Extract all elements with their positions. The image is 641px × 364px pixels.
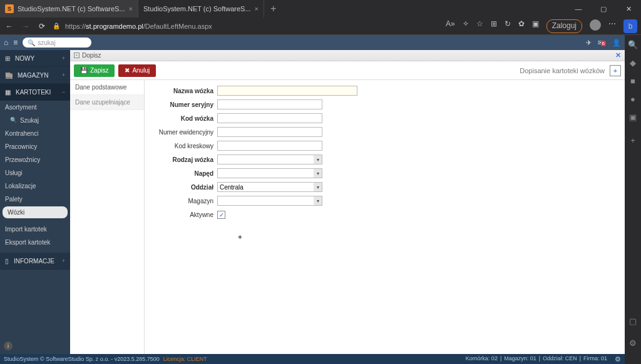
minimize-icon[interactable]: — [566, 5, 591, 13]
input-numer-seryjny[interactable] [217, 99, 322, 109]
form-row-nazwa-wózka: Nazwa wózka [148, 85, 621, 96]
dropdown-icon[interactable]: ▾ [314, 168, 322, 178]
sidebar-collapse-icon[interactable]: ▢ [629, 316, 637, 326]
sidebar-item-palety[interactable]: Palety [0, 193, 70, 206]
sidebar-plus-icon[interactable]: + [630, 136, 635, 145]
status-cell-2[interactable]: Oddział: CEN [543, 355, 577, 363]
menu-icon[interactable]: ⋯ [608, 19, 616, 33]
address-input[interactable]: https://st.programdemo.pl/DefaultLeftMen… [65, 23, 212, 30]
statusbar: StudioSystem © SoftwareStudio Sp. z o.o.… [0, 354, 625, 364]
dropdown-icon[interactable]: ▾ [314, 182, 322, 192]
form-row-kod-kreskowy: Kod kreskowy [148, 140, 621, 151]
input-kod-wózka[interactable] [217, 113, 322, 123]
sidebar-shopping-icon[interactable]: ■ [630, 76, 635, 86]
browser-titlebar: S StudioSystem.NET (c) SoftwareS... × St… [0, 0, 641, 18]
select-oddział[interactable] [217, 182, 322, 192]
sidebar-item-label: Usługi [5, 169, 23, 176]
mail-icon[interactable]: ✉6 [598, 39, 606, 47]
input-nazwa-wózka[interactable] [217, 86, 357, 96]
search-input[interactable]: 🔍 szukaj [23, 38, 91, 48]
sidebar-games-icon[interactable]: ▣ [629, 113, 637, 122]
browser-tab-0[interactable]: S StudioSystem.NET (c) SoftwareS... × [0, 0, 138, 18]
field-label: Numer seryjny [148, 101, 217, 108]
sidebar-group-magazyn[interactable]: 🏬 MAGAZYN + [0, 67, 70, 84]
form-row-numer-ewidencyjny: Numer ewidencyjny [148, 126, 621, 138]
collections-icon[interactable]: ⊞ [491, 19, 497, 33]
sidebar-group-kartoteki[interactable]: ▦ KARTOTEKI − [0, 84, 70, 101]
maximize-icon[interactable]: ▢ [591, 5, 616, 13]
plus-square-icon: ⊞ [5, 55, 10, 62]
select-magazyn[interactable] [217, 196, 322, 206]
app-icon[interactable]: ▣ [532, 19, 539, 33]
sidebar-bookmark-icon[interactable]: ◆ [630, 58, 636, 68]
app-frame: ⌂ ≡ 🔍 szukaj ✈ ✉6 👤 ⊞ NOWY + 🏬 MAGAZYN + [0, 35, 625, 354]
bing-icon[interactable]: b [623, 19, 637, 33]
tab-close-icon[interactable]: × [129, 5, 133, 13]
favorites-icon[interactable]: ☆ [476, 19, 483, 33]
checkbox-aktywne[interactable]: ✓ [217, 211, 225, 219]
sidebar-item-usługi[interactable]: Usługi [0, 166, 70, 179]
close-window-icon[interactable]: ✕ [616, 5, 641, 13]
sidebar-item-kontrahenci[interactable]: Kontrahenci [0, 127, 70, 140]
sidebar-item-label: Palety [5, 196, 23, 203]
dropdown-icon[interactable]: ▾ [314, 154, 322, 164]
field-label: Oddział [148, 184, 217, 191]
sidebar-item-lokalizacje[interactable]: Lokalizacje [0, 179, 70, 193]
sidebar-item-wózki[interactable]: Wózki [3, 206, 68, 218]
dropdown-icon[interactable]: ▾ [314, 196, 322, 206]
history-icon[interactable]: ↻ [505, 19, 511, 33]
close-panel-icon[interactable]: ✕ [615, 51, 621, 59]
subtab-dane-uzupelniajace[interactable]: Dane uzupełniające [70, 95, 144, 110]
status-cell-0[interactable]: Komórka: 02 [466, 355, 498, 363]
read-aloud-icon[interactable]: A» [446, 19, 455, 33]
sidebar-item-przewoźnicy[interactable]: Przewoźnicy [0, 153, 70, 166]
tab-close-icon[interactable]: × [255, 5, 259, 13]
sidebar-group-nowy[interactable]: ⊞ NOWY + [0, 50, 70, 67]
profile-avatar[interactable] [590, 19, 601, 31]
sidebar-item-label: Asortyment [5, 104, 37, 111]
login-button[interactable]: Zaloguj [546, 19, 582, 33]
window-controls: — ▢ ✕ [566, 5, 641, 13]
subtabs: Dane podstawowe Dane uzupełniające [70, 80, 145, 354]
translate-icon[interactable]: ✧ [463, 19, 469, 33]
home-icon[interactable]: ⌂ [4, 38, 8, 47]
save-button[interactable]: 💾 Zapisz [74, 64, 115, 77]
status-cell-3[interactable]: Firma: 01 [583, 355, 607, 363]
sidebar-item-label: Eksport kartotek [5, 239, 50, 246]
browser-urlbar: ← → ⟳ 🔒 https://st.programdemo.pl/Defaul… [0, 18, 641, 35]
status-licence: Licencja: CLIENT [163, 356, 207, 362]
input-numer-ewidencyjny[interactable] [217, 127, 322, 137]
status-cell-1[interactable]: Magazyn: 01 [504, 355, 536, 363]
user-icon[interactable]: 👤 [612, 39, 621, 47]
new-tab-button[interactable]: + [264, 3, 282, 14]
subtab-dane-podstawowe[interactable]: Dane podstawowe [70, 80, 144, 95]
sidebar-search-icon[interactable]: 🔍 [628, 40, 638, 49]
sidebar-settings-icon[interactable]: ⚙ [629, 338, 637, 348]
sidebar-item-szukaj[interactable]: 🔍Szukaj [0, 114, 70, 127]
cards-icon: ▦ [5, 89, 11, 96]
expand-icon: + [62, 258, 65, 264]
select-napęd[interactable] [217, 168, 322, 178]
add-record-icon[interactable]: + [610, 65, 621, 76]
sidebar-item-pracownicy[interactable]: Pracownicy [0, 140, 70, 153]
settings-icon[interactable]: ⚙ [615, 355, 621, 363]
menu-toggle-icon[interactable]: ≡ [13, 38, 18, 47]
input-kod-kreskowy[interactable] [217, 141, 322, 151]
sidebar-item-label: Przewoźnicy [5, 156, 40, 163]
sidebar-item-asortyment[interactable]: Asortyment [0, 101, 70, 114]
sidebar-item-import-kartotek[interactable]: Import kartotek [0, 223, 70, 236]
form-row-napęd: Napęd▾ [148, 168, 621, 179]
app-sidebar: ⊞ NOWY + 🏬 MAGAZYN + ▦ KARTOTEKI − Asort… [0, 50, 70, 354]
select-rodzaj-wózka[interactable] [217, 154, 322, 164]
sidebar-group-informacje[interactable]: ▯ INFORMACJE + [0, 253, 70, 270]
info-icon[interactable]: i [4, 341, 13, 350]
sidebar-item-eksport-kartotek[interactable]: Eksport kartotek [0, 236, 70, 249]
reload-icon[interactable]: ⟳ [36, 22, 48, 31]
sidebar-tools-icon[interactable]: ● [630, 94, 635, 104]
extensions-icon[interactable]: ✿ [518, 19, 525, 33]
back-icon[interactable]: ← [4, 22, 15, 31]
browser-tab-1[interactable]: StudioSystem.NET (c) SoftwareS... × [138, 0, 264, 18]
cancel-button[interactable]: ✖ Anuluj [118, 64, 156, 77]
plane-icon[interactable]: ✈ [586, 39, 592, 47]
forward-icon[interactable]: → [20, 22, 31, 31]
